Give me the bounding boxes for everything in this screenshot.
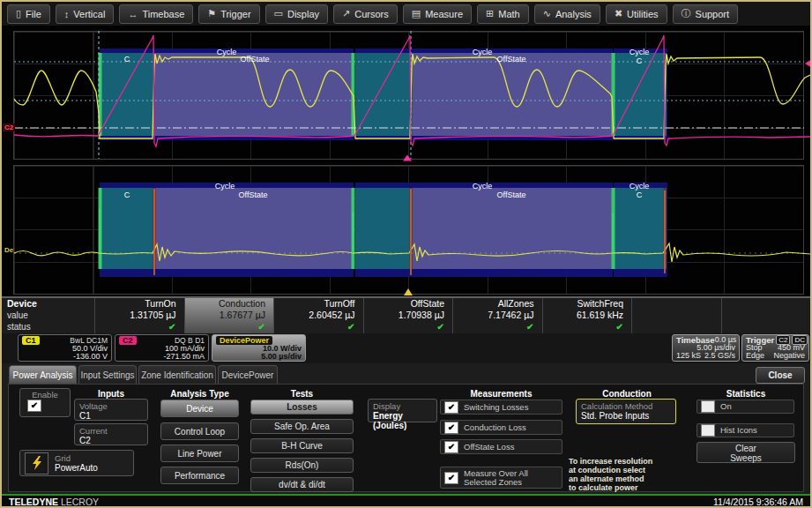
hist-icons-checkbox-row[interactable]: Hist Icons — [697, 423, 794, 437]
c2-descriptor[interactable]: C2DQ B D1 100 mA/div -271.50 mA — [115, 334, 209, 362]
utilities-tools-icon: ✖ — [615, 8, 622, 19]
menu-timebase[interactable]: ↔Timebase — [119, 4, 193, 24]
menu-timebase-label: Timebase — [142, 9, 184, 19]
trigger-level-marker-icon[interactable] — [805, 59, 810, 68]
status-check-icon: ✔ — [453, 321, 542, 332]
measure-label-device: Device — [2, 298, 94, 310]
device-power-timebase: 5.00 µs/div — [261, 353, 302, 361]
checkbox-checked[interactable]: ✔ — [444, 401, 458, 414]
measure-name: SwitchFreq — [543, 298, 632, 310]
measure-col-empty — [721, 298, 811, 333]
tab-power-analysis[interactable]: Power Analysis — [9, 365, 77, 384]
conduction-note: To increase resolution at conduction sel… — [569, 457, 652, 492]
measure-icon: ▤ — [412, 8, 421, 19]
display-value: Energy (Joules) — [373, 411, 432, 430]
device-power-descriptor[interactable]: DevicePower 10.0 W/div 5.00 µs/div — [212, 334, 306, 362]
menu-trigger-label: Trigger — [220, 9, 250, 19]
menu-vertical[interactable]: ↕Vertical — [56, 4, 115, 24]
measure-value: 1.31705 µJ — [95, 310, 184, 321]
measure-col-switchfreq[interactable]: SwitchFreq 61.619 kHz ✔ — [542, 298, 632, 333]
c1-descriptor[interactable]: C1BwL DC1M 50.0 V/div -136.00 V — [18, 334, 112, 362]
current-input[interactable]: Current C2 — [74, 423, 148, 445]
hist-icons-label: Hist Icons — [720, 426, 757, 435]
menu-utilities[interactable]: ✖Utilities — [606, 4, 667, 24]
zone-label-offstate: OffState — [497, 56, 526, 64]
menu-analysis[interactable]: ∿Analysis — [534, 4, 600, 24]
menu-file[interactable]: ▯File — [7, 4, 50, 24]
tests-bh-curve-button[interactable]: B-H Curve — [250, 438, 354, 453]
display-selector[interactable]: Display Energy (Joules) — [368, 399, 437, 422]
menu-math[interactable]: ⊞Math — [477, 4, 529, 24]
menu-bar: ▯File ↕Vertical ↔Timebase ⚑Trigger ▭Disp… — [2, 2, 810, 26]
inputs-header: Inputs — [74, 389, 148, 399]
offstate-loss-checkbox-row[interactable]: ✔ OffState Loss — [440, 439, 562, 454]
timebase-descriptor[interactable]: Timebase0.0 µs 5.00 µs/div 125 kS2.5 GS/… — [672, 334, 740, 362]
checkbox-unchecked[interactable] — [701, 424, 715, 437]
tests-losses-button[interactable]: Losses — [250, 400, 354, 415]
zone-label-cycle: Cycle — [473, 49, 493, 56]
measure-name: OffState — [364, 298, 453, 310]
trigger-descriptor[interactable]: TriggerC2DC Stop450 mV EdgeNegative — [741, 334, 809, 362]
voltage-label: Voltage — [79, 401, 143, 411]
analysis-type-performance-button[interactable]: Performance — [160, 467, 239, 484]
menu-vertical-label: Vertical — [73, 9, 105, 19]
clear-sweeps-button[interactable]: Clear Sweeps — [697, 442, 795, 463]
enable-checkbox[interactable]: ✔ — [27, 400, 41, 412]
menu-analysis-label: Analysis — [555, 9, 592, 19]
measure-col-turnoff[interactable]: TurnOff 2.60452 µJ ✔ — [273, 298, 363, 333]
statistics-on-checkbox-row[interactable]: On — [697, 400, 794, 414]
menu-support[interactable]: ⓘSupport — [673, 4, 739, 24]
note-line: an alternate method — [569, 474, 652, 483]
waveform-plot-area[interactable]: Cycle C OffState Cycle OffState Cycle C … — [2, 26, 810, 296]
tab-zone-identification[interactable]: Zone Identification — [138, 365, 216, 384]
analysis-type-control-loop-button[interactable]: Control Loop — [160, 422, 239, 440]
measure-over-all-zones-checkbox-row[interactable]: ✔ Measure Over All Selected Zones — [440, 467, 562, 489]
tab-input-settings[interactable]: Input Settings — [78, 365, 137, 384]
menu-math-label: Math — [498, 9, 519, 19]
switching-losses-checkbox-row[interactable]: ✔ Switching Losses — [440, 400, 562, 415]
measure-col-conduction[interactable]: Conduction 1.67677 µJ ✔ — [184, 298, 274, 333]
horizontal-arrows-icon: ↔ — [128, 9, 138, 19]
measure-name: AllZones — [453, 298, 542, 310]
measurement-table: Device value status TurnOn 1.31705 µJ ✔ … — [2, 296, 810, 333]
analysis-type-device-button[interactable]: Device — [160, 400, 239, 417]
checkbox-checked[interactable]: ✔ — [444, 422, 458, 434]
conduction-loss-checkbox-row[interactable]: ✔ Conduction Loss — [440, 420, 562, 435]
analysis-type-line-power-button[interactable]: Line Power — [160, 444, 239, 462]
tests-dvdt-didt-button[interactable]: dv/dt & di/dt — [250, 477, 354, 492]
menu-measure[interactable]: ▤Measure — [403, 4, 472, 24]
zone-label-offstate: OffState — [239, 191, 268, 199]
tests-rds-on-button[interactable]: Rds(On) — [250, 458, 354, 473]
brand-teledyne: TELEDYNE — [9, 497, 58, 507]
c1-channel-tag: C1 — [22, 336, 40, 345]
status-check-icon: ✔ — [185, 321, 274, 332]
menu-cursors[interactable]: ↗Cursors — [333, 4, 398, 24]
checkbox-checked[interactable]: ✔ — [444, 472, 458, 484]
grid-selector[interactable]: Grid PowerAuto — [19, 450, 134, 476]
close-button[interactable]: Close — [756, 367, 805, 384]
menu-cursors-label: Cursors — [354, 9, 389, 19]
oscilloscope-screen: ▯File ↕Vertical ↔Timebase ⚑Trigger ▭Disp… — [0, 0, 812, 508]
status-check-icon: ✔ — [95, 321, 184, 332]
device-power-grid — [13, 165, 804, 295]
checkbox-unchecked[interactable] — [701, 400, 715, 413]
menu-trigger[interactable]: ⚑Trigger — [198, 4, 259, 24]
tests-safe-op-area-button[interactable]: Safe Op. Area — [250, 419, 354, 434]
voltage-input[interactable]: Voltage C1 — [74, 399, 148, 421]
lightning-bolt-icon — [25, 452, 48, 474]
device-power-zero-marker: De — [3, 246, 15, 254]
display-label: Display — [373, 401, 432, 411]
menu-display[interactable]: ▭Display — [265, 4, 328, 24]
info-icon: ⓘ — [682, 7, 691, 20]
measure-row-labels: Device value status — [2, 298, 94, 333]
checkbox-checked[interactable]: ✔ — [444, 441, 458, 453]
measure-col-allzones[interactable]: AllZones 7.17462 µJ ✔ — [452, 298, 542, 333]
zone-label-cycle: Cycle — [473, 183, 493, 190]
tab-devicepower[interactable]: DevicePower — [218, 365, 278, 384]
measure-col-offstate[interactable]: OffState 1.70938 µJ ✔ — [363, 298, 453, 333]
calculation-method-selector[interactable]: Calculation Method Std. Probe Inputs — [576, 399, 676, 424]
measure-name: Conduction — [185, 298, 274, 310]
c2-zero-marker: C2 — [3, 123, 15, 131]
measure-col-turnon[interactable]: TurnOn 1.31705 µJ ✔ — [94, 298, 184, 333]
trigger-type: Edge — [746, 352, 764, 360]
